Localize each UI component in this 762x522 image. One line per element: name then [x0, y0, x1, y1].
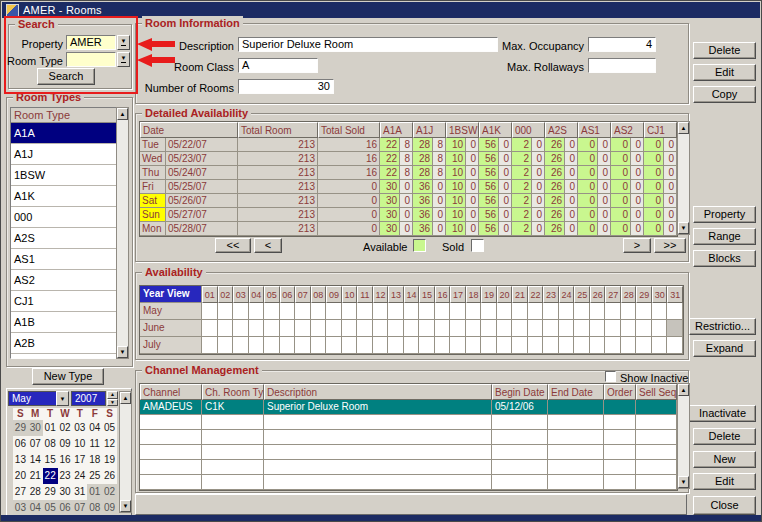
- property-input[interactable]: AMER: [66, 35, 116, 50]
- scroll-up-icon[interactable]: ▲: [117, 108, 128, 120]
- availability-day-cell[interactable]: [295, 337, 311, 354]
- calendar-day[interactable]: 10: [72, 436, 87, 452]
- calendar-day[interactable]: 05: [43, 500, 58, 516]
- calendar-day[interactable]: 07: [72, 500, 87, 516]
- calendar-day[interactable]: 04: [28, 500, 43, 516]
- availability-day-cell[interactable]: [249, 303, 265, 320]
- channel-empty-row[interactable]: [140, 430, 677, 445]
- availability-day-cell[interactable]: [636, 337, 652, 354]
- availability-day-cell[interactable]: [233, 303, 249, 320]
- page-first-button[interactable]: <<: [215, 238, 251, 253]
- availability-row[interactable]: Thu05/24/072131622828810056020260000000: [140, 166, 677, 180]
- page-prev-button[interactable]: <: [254, 238, 282, 253]
- availability-day-cell[interactable]: [574, 303, 590, 320]
- room-type-item[interactable]: A2B: [11, 333, 117, 354]
- availability-day-cell[interactable]: [559, 320, 575, 337]
- availability-day-cell[interactable]: [450, 337, 466, 354]
- range-button[interactable]: Range: [693, 228, 756, 245]
- availability-day-cell[interactable]: [280, 337, 296, 354]
- availability-day-cell[interactable]: [528, 320, 544, 337]
- availability-day-cell[interactable]: [559, 303, 575, 320]
- availability-day-cell[interactable]: [388, 320, 404, 337]
- availability-day-cell[interactable]: [543, 303, 559, 320]
- availability-day-cell[interactable]: [311, 303, 327, 320]
- availability-day-cell[interactable]: [326, 303, 342, 320]
- availability-day-cell[interactable]: [590, 303, 606, 320]
- availability-day-cell[interactable]: [202, 303, 218, 320]
- channel-empty-row[interactable]: [140, 415, 677, 430]
- room-type-item[interactable]: A1B: [11, 312, 117, 333]
- calendar-day[interactable]: 30: [28, 420, 43, 436]
- availability-day-cell[interactable]: [218, 303, 234, 320]
- availability-day-cell[interactable]: [497, 303, 513, 320]
- availability-day-cell[interactable]: [621, 337, 637, 354]
- calendar-day[interactable]: 17: [72, 452, 87, 468]
- availability-day-cell[interactable]: [233, 337, 249, 354]
- delete-button[interactable]: Delete: [693, 42, 756, 59]
- scroll-up-icon[interactable]: ▲: [120, 392, 131, 404]
- availability-day-cell[interactable]: [218, 337, 234, 354]
- calendar-day[interactable]: 06: [13, 436, 28, 452]
- availability-day-cell[interactable]: [450, 303, 466, 320]
- title-bar[interactable]: AMER - Rooms: [2, 2, 760, 18]
- channel-delete-button[interactable]: Delete: [693, 428, 756, 445]
- calendar-day[interactable]: 13: [13, 452, 28, 468]
- calendar-day[interactable]: 22: [43, 468, 58, 484]
- availability-day-cell[interactable]: [357, 303, 373, 320]
- calendar-day[interactable]: 01: [43, 420, 58, 436]
- availability-day-cell[interactable]: [605, 320, 621, 337]
- availability-row[interactable]: Sat05/26/07213030036010056020260000000: [140, 194, 677, 208]
- availability-day-cell[interactable]: [528, 303, 544, 320]
- availability-row[interactable]: Sun05/27/07213030036010056020260000000: [140, 208, 677, 222]
- availability-day-cell[interactable]: [450, 320, 466, 337]
- calendar-day[interactable]: 03: [13, 500, 28, 516]
- availability-day-cell[interactable]: [481, 320, 497, 337]
- availability-day-cell[interactable]: [466, 320, 482, 337]
- availability-day-cell[interactable]: [466, 337, 482, 354]
- calendar-day[interactable]: 15: [43, 452, 58, 468]
- availability-day-cell[interactable]: [233, 320, 249, 337]
- calendar-day[interactable]: 09: [58, 436, 73, 452]
- calendar-day[interactable]: 21: [28, 468, 43, 484]
- availability-day-cell[interactable]: [559, 337, 575, 354]
- calendar-day[interactable]: 20: [13, 468, 28, 484]
- availability-day-cell[interactable]: [636, 303, 652, 320]
- availability-day-cell[interactable]: [497, 320, 513, 337]
- search-button[interactable]: Search: [37, 68, 95, 85]
- availability-day-cell[interactable]: [466, 303, 482, 320]
- availability-day-cell[interactable]: [667, 303, 683, 320]
- availability-day-cell[interactable]: [512, 303, 528, 320]
- property-lov-button[interactable]: ▼: [117, 35, 130, 50]
- calendar-day[interactable]: 30: [58, 484, 73, 500]
- scroll-down-icon[interactable]: ▼: [117, 346, 128, 358]
- availability-day-cell[interactable]: [373, 320, 389, 337]
- room-class-field[interactable]: A: [238, 58, 318, 73]
- max-occupancy-field[interactable]: 4: [588, 37, 656, 52]
- edit-button[interactable]: Edit: [693, 64, 756, 81]
- availability-day-cell[interactable]: [652, 337, 668, 354]
- availability-day-cell[interactable]: [342, 303, 358, 320]
- availability-day-cell[interactable]: [342, 337, 358, 354]
- description-field[interactable]: Superior Deluxe Room: [238, 37, 498, 52]
- availability-day-cell[interactable]: [419, 320, 435, 337]
- restrictions-button[interactable]: Restrictio...: [689, 318, 756, 335]
- availability-day-cell[interactable]: [202, 337, 218, 354]
- availability-day-cell[interactable]: [295, 303, 311, 320]
- calendar-day[interactable]: 27: [13, 484, 28, 500]
- availability-day-cell[interactable]: [419, 337, 435, 354]
- availability-day-cell[interactable]: [404, 337, 420, 354]
- availability-day-cell[interactable]: [404, 303, 420, 320]
- show-inactive-checkbox[interactable]: [605, 371, 616, 382]
- availability-row[interactable]: Mon05/28/07213030036010056020260000000: [140, 222, 677, 236]
- max-rollaways-field[interactable]: [588, 58, 656, 73]
- availability-day-cell[interactable]: [388, 337, 404, 354]
- calendar-year-field[interactable]: 2007: [71, 391, 106, 406]
- availability-day-cell[interactable]: [326, 337, 342, 354]
- calendar-day[interactable]: 03: [72, 420, 87, 436]
- channel-empty-row[interactable]: [140, 445, 677, 460]
- availability-day-cell[interactable]: [264, 337, 280, 354]
- scroll-down-icon[interactable]: ▼: [678, 476, 689, 488]
- channel-table-scrollbar[interactable]: ▲▼: [677, 383, 690, 489]
- room-type-item[interactable]: 1BSW: [11, 165, 117, 186]
- availability-day-cell[interactable]: [373, 337, 389, 354]
